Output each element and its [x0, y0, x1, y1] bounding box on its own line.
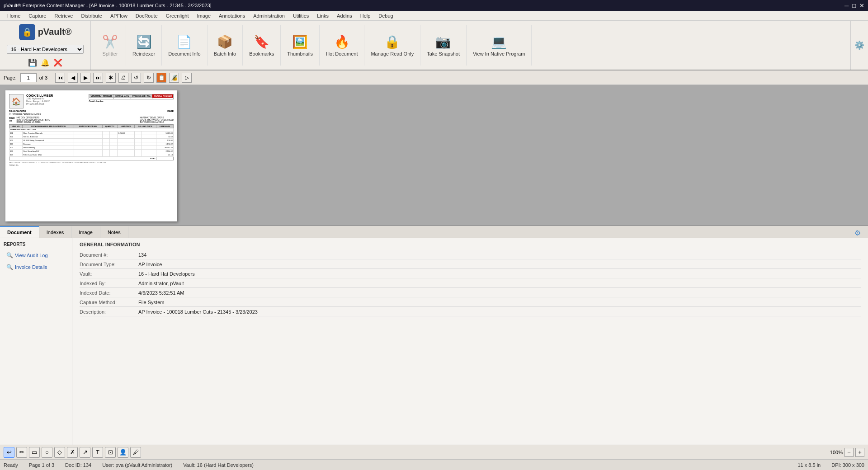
rectangle-tool-button[interactable]: ▭ — [29, 447, 40, 458]
arrow-tool-button[interactable]: ↗ — [80, 447, 90, 458]
batch-info-icon: 📦 — [217, 34, 233, 49]
menu-utilities[interactable]: Utilities — [289, 12, 312, 19]
vault-value: 16 - Hard Hat Developers — [138, 271, 861, 277]
text-tool-button[interactable]: T — [92, 447, 103, 458]
first-page-button[interactable]: ⏮ — [55, 73, 65, 83]
document-info-icon: 📄 — [176, 34, 192, 49]
thumbnails-button[interactable]: 🖼️ Thumbnails — [281, 25, 320, 66]
info-row-vault: Vault: 16 - Hard Hat Developers — [80, 270, 861, 278]
logo-icon: 🔒 — [19, 24, 35, 40]
titlebar-title: pVault® Enterprise Content Manager - [AP… — [4, 3, 212, 8]
lock-view-button[interactable]: 🔏 — [169, 73, 179, 83]
capture-method-value: File System — [138, 300, 861, 305]
pen-tool-button[interactable]: 🖊 — [130, 447, 141, 458]
vault-label: Vault: — [80, 271, 138, 277]
menu-debug[interactable]: Debug — [375, 12, 396, 19]
menu-addins[interactable]: Addins — [333, 12, 356, 19]
refresh-button[interactable]: ↺ — [131, 73, 141, 83]
menu-greenlight[interactable]: Greenlight — [162, 12, 193, 19]
tab-image[interactable]: Image — [71, 226, 100, 238]
minimize-button[interactable]: ─ — [844, 2, 849, 9]
view-audit-log-button[interactable]: 🔍 View Audit Log — [4, 250, 68, 260]
print-button[interactable]: 🖨 — [118, 73, 128, 83]
take-snapshot-button[interactable]: 📷 Take Snapshot — [420, 25, 467, 66]
ellipse-tool-button[interactable]: ○ — [42, 447, 52, 458]
menu-capture[interactable]: Capture — [25, 12, 50, 19]
reports-title: REPORTS — [4, 242, 68, 247]
menu-help[interactable]: Help — [357, 12, 374, 19]
zoom-controls: 100% − + — [830, 448, 864, 457]
menu-docroute[interactable]: DocRoute — [132, 12, 161, 19]
page-number-input[interactable] — [20, 73, 37, 82]
next-page-button[interactable]: ▶ — [80, 73, 90, 83]
header: 🔒 pVault® 16 - Hard Hat Developers 💾 🔔 ❌… — [0, 21, 868, 70]
batch-info-button[interactable]: 📦 Batch Info — [208, 25, 243, 66]
menu-apflow[interactable]: APFlow — [107, 12, 131, 19]
play-button[interactable]: ▷ — [182, 73, 192, 83]
document-page: 🏠 COOK'S LUMBER 1042 Highland RdBaton Ro… — [5, 90, 177, 221]
doc-num-value: 134 — [138, 252, 861, 258]
tabs-row: Document Indexes Image Notes — [0, 226, 868, 238]
settings-gear-icon[interactable]: ⚙️ — [854, 40, 864, 50]
document-info-button[interactable]: 📄 Document Info — [162, 25, 208, 66]
tab-notes[interactable]: Notes — [100, 226, 128, 238]
description-value: AP Invoice - 100018 Lumber Cuts - 21345 … — [138, 309, 861, 315]
bookmarks-label: Bookmarks — [249, 51, 274, 56]
reindexer-button[interactable]: 🔄 Reindexer — [126, 25, 162, 66]
last-page-button[interactable]: ⏭ — [93, 73, 103, 83]
select-tool-button[interactable]: ↩ — [4, 447, 14, 458]
panel-content: REPORTS 🔍 View Audit Log 🔍 Invoice Detai… — [0, 238, 868, 445]
status-dpi: DPI: 300 x 300 — [831, 462, 864, 468]
diamond-tool-button[interactable]: ◇ — [54, 447, 65, 458]
reindexer-label: Reindexer — [132, 51, 155, 56]
refresh2-button[interactable]: ↻ — [144, 73, 154, 83]
pencil-tool-button[interactable]: ✏ — [16, 447, 27, 458]
capture-method-label: Capture Method: — [80, 300, 138, 305]
titlebar-controls: ─ □ ✕ — [844, 2, 864, 9]
vault-select[interactable]: 16 - Hard Hat Developers — [7, 45, 84, 54]
view-native-button[interactable]: 💻 View In Native Program — [467, 25, 532, 66]
header-action-icons: 💾 🔔 ❌ — [28, 58, 62, 67]
close-doc-icon[interactable]: ❌ — [53, 58, 62, 67]
status-doc-id: Doc ID: 134 — [65, 462, 91, 468]
panel-settings-icon[interactable]: ⚙ — [853, 228, 863, 238]
tab-indexes[interactable]: Indexes — [39, 226, 72, 238]
zoom-in-button[interactable]: + — [855, 448, 864, 457]
bottom-panel: ⚙ Document Indexes Image Notes REPORTS 🔍… — [0, 225, 868, 459]
cross-tool-button[interactable]: ✗ — [67, 447, 78, 458]
menu-distribute[interactable]: Distribute — [77, 12, 105, 19]
hot-document-button[interactable]: 🔥 Hot Document — [320, 25, 364, 66]
take-snapshot-icon: 📷 — [435, 34, 451, 49]
menu-retrieve[interactable]: Retrieve — [51, 12, 76, 19]
splitter-icon: ✂️ — [102, 34, 118, 49]
save-icon[interactable]: 💾 — [28, 58, 37, 67]
description-label: Description: — [80, 309, 138, 315]
notification-icon[interactable]: 🔔 — [41, 58, 50, 67]
invoice-details-button[interactable]: 🔍 Invoice Details — [4, 262, 68, 272]
menu-annotations[interactable]: Annotations — [215, 12, 249, 19]
status-dimensions: 11 x 8.5 in — [797, 462, 821, 468]
reindexer-icon: 🔄 — [136, 34, 152, 49]
mark-page-button[interactable]: ✱ — [106, 73, 116, 83]
view-native-icon: 💻 — [491, 34, 507, 49]
close-button[interactable]: ✕ — [859, 2, 864, 9]
doc-company-name: COOK'S LUMBER — [26, 94, 53, 97]
menu-administration[interactable]: Administration — [250, 12, 288, 19]
menu-links[interactable]: Links — [313, 12, 332, 19]
manage-read-only-button[interactable]: 🔒 Manage Read Only — [364, 25, 420, 66]
splitter-button[interactable]: ✂️ Splitter — [94, 25, 126, 66]
prev-page-button[interactable]: ◀ — [68, 73, 78, 83]
document-info-label: Document Info — [168, 51, 201, 56]
region-tool-button[interactable]: ⊡ — [105, 447, 116, 458]
maximize-button[interactable]: □ — [852, 2, 856, 9]
stamp-tool-button[interactable]: 👤 — [118, 447, 128, 458]
page-of-label: of 3 — [39, 75, 47, 80]
menu-home[interactable]: Home — [4, 12, 24, 19]
view-option-button[interactable]: 📋 — [156, 73, 166, 83]
menu-image[interactable]: Image — [193, 12, 215, 19]
zoom-out-button[interactable]: − — [844, 448, 854, 457]
bookmarks-button[interactable]: 🔖 Bookmarks — [243, 25, 281, 66]
take-snapshot-label: Take Snapshot — [427, 51, 460, 56]
tab-document[interactable]: Document — [0, 226, 39, 238]
status-page-info: Page 1 of 3 — [29, 462, 54, 468]
